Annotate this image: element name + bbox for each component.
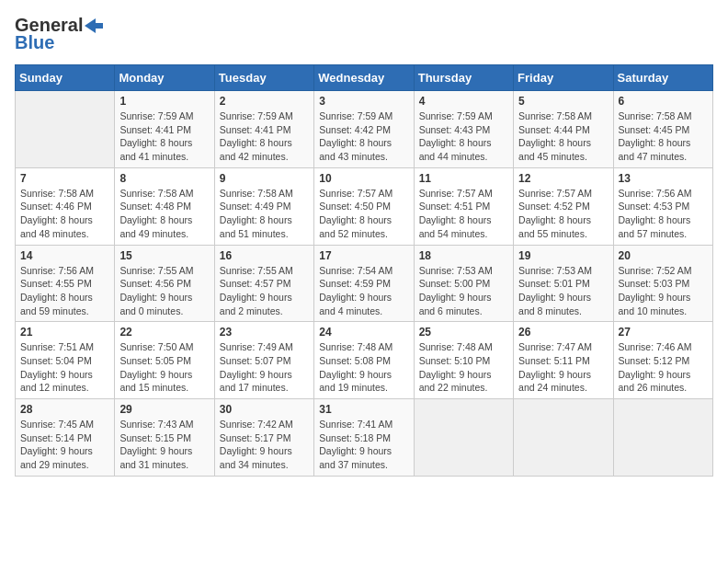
calendar-cell: 28Sunrise: 7:45 AM Sunset: 5:14 PM Dayli… [16, 399, 115, 477]
day-info: Sunrise: 7:57 AM Sunset: 4:51 PM Dayligh… [419, 187, 508, 241]
day-number: 26 [518, 326, 608, 339]
day-info: Sunrise: 7:50 AM Sunset: 5:05 PM Dayligh… [119, 340, 209, 395]
day-number: 18 [419, 249, 508, 262]
day-info: Sunrise: 7:58 AM Sunset: 4:46 PM Dayligh… [20, 187, 109, 241]
day-info: Sunrise: 7:58 AM Sunset: 4:44 PM Dayligh… [518, 109, 608, 164]
day-info: Sunrise: 7:43 AM Sunset: 5:15 PM Dayligh… [119, 418, 209, 472]
day-info: Sunrise: 7:58 AM Sunset: 4:48 PM Dayligh… [119, 187, 209, 241]
day-info: Sunrise: 7:58 AM Sunset: 4:49 PM Dayligh… [220, 187, 309, 241]
day-info: Sunrise: 7:57 AM Sunset: 4:50 PM Dayligh… [319, 187, 408, 241]
week-row-2: 7Sunrise: 7:58 AM Sunset: 4:46 PM Daylig… [16, 167, 713, 245]
calendar-cell: 22Sunrise: 7:50 AM Sunset: 5:05 PM Dayli… [115, 322, 214, 399]
calendar-cell: 20Sunrise: 7:52 AM Sunset: 5:03 PM Dayli… [613, 245, 712, 322]
day-number: 30 [220, 403, 309, 416]
day-info: Sunrise: 7:57 AM Sunset: 4:52 PM Dayligh… [518, 187, 608, 241]
calendar-cell: 2Sunrise: 7:59 AM Sunset: 4:41 PM Daylig… [214, 91, 313, 168]
day-number: 24 [319, 326, 408, 339]
page-header: General Blue [15, 15, 713, 53]
day-number: 5 [518, 95, 608, 108]
day-info: Sunrise: 7:59 AM Sunset: 4:41 PM Dayligh… [220, 109, 309, 164]
day-info: Sunrise: 7:49 AM Sunset: 5:07 PM Dayligh… [220, 340, 309, 395]
day-number: 28 [20, 403, 109, 416]
calendar-cell: 11Sunrise: 7:57 AM Sunset: 4:51 PM Dayli… [414, 167, 513, 245]
day-info: Sunrise: 7:48 AM Sunset: 5:08 PM Dayligh… [319, 340, 408, 395]
day-info: Sunrise: 7:42 AM Sunset: 5:17 PM Dayligh… [220, 418, 309, 472]
day-number: 13 [619, 172, 708, 185]
week-row-1: 1Sunrise: 7:59 AM Sunset: 4:41 PM Daylig… [16, 91, 713, 168]
calendar-cell [613, 399, 712, 477]
day-number: 20 [619, 249, 708, 262]
calendar-cell: 29Sunrise: 7:43 AM Sunset: 5:15 PM Dayli… [115, 399, 214, 477]
calendar-table: SundayMondayTuesdayWednesdayThursdayFrid… [15, 64, 713, 477]
day-info: Sunrise: 7:53 AM Sunset: 5:01 PM Dayligh… [518, 264, 608, 318]
day-number: 27 [619, 326, 708, 339]
day-number: 2 [220, 95, 309, 108]
day-number: 14 [20, 249, 109, 262]
day-info: Sunrise: 7:56 AM Sunset: 4:55 PM Dayligh… [20, 264, 109, 318]
calendar-cell: 8Sunrise: 7:58 AM Sunset: 4:48 PM Daylig… [115, 167, 214, 245]
day-header-saturday: Saturday [613, 65, 712, 91]
calendar-cell: 13Sunrise: 7:56 AM Sunset: 4:53 PM Dayli… [613, 167, 712, 245]
day-info: Sunrise: 7:46 AM Sunset: 5:12 PM Dayligh… [619, 340, 708, 395]
day-info: Sunrise: 7:54 AM Sunset: 4:59 PM Dayligh… [319, 264, 408, 318]
day-info: Sunrise: 7:52 AM Sunset: 5:03 PM Dayligh… [619, 264, 708, 318]
day-info: Sunrise: 7:55 AM Sunset: 4:57 PM Dayligh… [220, 264, 309, 318]
day-header-thursday: Thursday [414, 65, 513, 91]
calendar-header-row: SundayMondayTuesdayWednesdayThursdayFrid… [16, 65, 713, 91]
calendar-cell: 21Sunrise: 7:51 AM Sunset: 5:04 PM Dayli… [16, 322, 115, 399]
calendar-cell: 25Sunrise: 7:48 AM Sunset: 5:10 PM Dayli… [414, 322, 513, 399]
day-number: 17 [319, 249, 408, 262]
calendar-cell: 7Sunrise: 7:58 AM Sunset: 4:46 PM Daylig… [16, 167, 115, 245]
calendar-cell: 24Sunrise: 7:48 AM Sunset: 5:08 PM Dayli… [314, 322, 414, 399]
day-number: 7 [20, 172, 109, 185]
calendar-cell: 30Sunrise: 7:42 AM Sunset: 5:17 PM Dayli… [214, 399, 313, 477]
day-number: 1 [119, 95, 209, 108]
day-number: 25 [419, 326, 508, 339]
day-header-monday: Monday [115, 65, 214, 91]
day-info: Sunrise: 7:45 AM Sunset: 5:14 PM Dayligh… [20, 418, 109, 472]
calendar-cell: 1Sunrise: 7:59 AM Sunset: 4:41 PM Daylig… [115, 91, 214, 168]
day-info: Sunrise: 7:59 AM Sunset: 4:43 PM Dayligh… [419, 109, 508, 164]
calendar-cell: 31Sunrise: 7:41 AM Sunset: 5:18 PM Dayli… [314, 399, 414, 477]
calendar-cell: 26Sunrise: 7:47 AM Sunset: 5:11 PM Dayli… [514, 322, 613, 399]
day-number: 19 [518, 249, 608, 262]
logo: General Blue [15, 15, 103, 53]
day-info: Sunrise: 7:58 AM Sunset: 4:45 PM Dayligh… [619, 109, 708, 164]
calendar-cell: 10Sunrise: 7:57 AM Sunset: 4:50 PM Dayli… [314, 167, 414, 245]
day-number: 8 [119, 172, 209, 185]
calendar-cell: 19Sunrise: 7:53 AM Sunset: 5:01 PM Dayli… [514, 245, 613, 322]
day-number: 10 [319, 172, 408, 185]
week-row-5: 28Sunrise: 7:45 AM Sunset: 5:14 PM Dayli… [16, 399, 713, 477]
day-info: Sunrise: 7:41 AM Sunset: 5:18 PM Dayligh… [319, 418, 408, 472]
calendar-cell: 23Sunrise: 7:49 AM Sunset: 5:07 PM Dayli… [214, 322, 313, 399]
calendar-cell: 27Sunrise: 7:46 AM Sunset: 5:12 PM Dayli… [613, 322, 712, 399]
logo-blue: Blue [15, 32, 54, 53]
calendar-body: 1Sunrise: 7:59 AM Sunset: 4:41 PM Daylig… [16, 91, 713, 477]
calendar-cell [514, 399, 613, 477]
day-number: 6 [619, 95, 708, 108]
day-header-tuesday: Tuesday [214, 65, 313, 91]
day-header-wednesday: Wednesday [314, 65, 414, 91]
day-number: 29 [119, 403, 209, 416]
day-info: Sunrise: 7:56 AM Sunset: 4:53 PM Dayligh… [619, 187, 708, 241]
calendar-cell: 4Sunrise: 7:59 AM Sunset: 4:43 PM Daylig… [414, 91, 513, 168]
calendar-cell [414, 399, 513, 477]
day-number: 12 [518, 172, 608, 185]
day-number: 21 [20, 326, 109, 339]
day-info: Sunrise: 7:48 AM Sunset: 5:10 PM Dayligh… [419, 340, 508, 395]
calendar-cell: 9Sunrise: 7:58 AM Sunset: 4:49 PM Daylig… [214, 167, 313, 245]
day-info: Sunrise: 7:55 AM Sunset: 4:56 PM Dayligh… [119, 264, 209, 318]
day-number: 16 [220, 249, 309, 262]
day-info: Sunrise: 7:59 AM Sunset: 4:41 PM Dayligh… [119, 109, 209, 164]
calendar-cell: 18Sunrise: 7:53 AM Sunset: 5:00 PM Dayli… [414, 245, 513, 322]
week-row-3: 14Sunrise: 7:56 AM Sunset: 4:55 PM Dayli… [16, 245, 713, 322]
calendar-cell: 5Sunrise: 7:58 AM Sunset: 4:44 PM Daylig… [514, 91, 613, 168]
week-row-4: 21Sunrise: 7:51 AM Sunset: 5:04 PM Dayli… [16, 322, 713, 399]
calendar-cell [16, 91, 115, 168]
calendar-cell: 15Sunrise: 7:55 AM Sunset: 4:56 PM Dayli… [115, 245, 214, 322]
calendar-cell: 6Sunrise: 7:58 AM Sunset: 4:45 PM Daylig… [613, 91, 712, 168]
day-number: 9 [220, 172, 309, 185]
day-number: 4 [419, 95, 508, 108]
day-info: Sunrise: 7:47 AM Sunset: 5:11 PM Dayligh… [518, 340, 608, 395]
svg-marker-0 [85, 18, 103, 33]
